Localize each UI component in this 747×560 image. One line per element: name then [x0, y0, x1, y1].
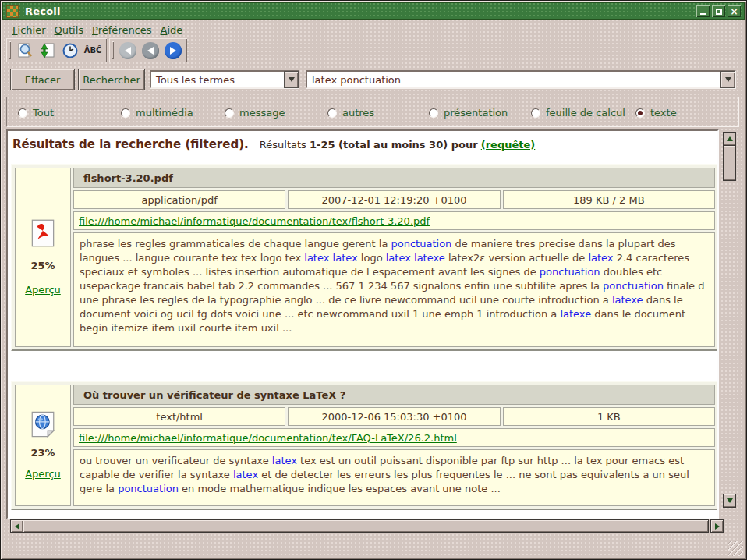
close-icon: × — [730, 7, 738, 16]
result-meta-row: text/html 2000-12-06 15:03:30 +0100 1 KB — [73, 407, 715, 426]
preview-link[interactable]: Aperçu — [25, 284, 61, 296]
maximize-button[interactable] — [712, 5, 725, 17]
scroll-right-button[interactable] — [711, 520, 723, 532]
chevron-down-icon[interactable] — [721, 72, 735, 87]
result-mime: text/html — [73, 407, 285, 426]
radio-icon[interactable] — [429, 108, 438, 118]
title-bar[interactable]: Recoll × — [2, 2, 745, 20]
clear-button[interactable]: Effacer — [11, 69, 74, 90]
radio-icon[interactable] — [225, 108, 234, 118]
filter-tout[interactable]: Tout — [18, 107, 54, 119]
nav-next-page-button[interactable] — [163, 41, 183, 60]
pdf-file-icon — [31, 219, 55, 247]
maximize-icon — [716, 9, 722, 15]
arrow-left-icon — [15, 523, 19, 530]
horizontal-scroll-thumb[interactable] — [23, 520, 708, 532]
menu-bar: Fichier Outils Préférences Aide — [3, 22, 744, 37]
advanced-search-button[interactable] — [15, 41, 35, 60]
results-header: Résultats de la recherche (filtered). Ré… — [12, 137, 535, 151]
search-mode-value: Tous les termes — [151, 74, 285, 86]
result-date: 2000-12-06 15:03:30 +0100 — [288, 407, 500, 426]
search-button[interactable]: Rechercher — [79, 69, 144, 90]
result-item-1: 25% Aperçu flshort-3.20.pdf application/… — [11, 164, 719, 351]
result-snippet: phrase les regles grammaticales de chaqu… — [73, 232, 715, 347]
arrow-down-icon — [727, 498, 733, 503]
filter-autres[interactable]: autres — [327, 107, 374, 119]
arrow-left-icon — [119, 42, 136, 59]
search-mode-select[interactable]: Tous les termes — [150, 70, 299, 89]
result-title[interactable]: flshort-3.20.pdf — [73, 168, 715, 188]
result-date: 2007-12-01 12:19:20 +0100 — [288, 190, 500, 209]
sort-parameters-button[interactable] — [37, 41, 58, 60]
clock-icon — [62, 42, 79, 59]
spellcheck-abc-icon: ÂBĈ — [84, 46, 102, 55]
category-filter-panel: Tout multimédia message autres présentat… — [6, 97, 739, 127]
scroll-down-button[interactable] — [724, 494, 735, 507]
vertical-scrollbar[interactable] — [724, 133, 735, 519]
result-item-2: 23% Aperçu Où trouver un vérificateur de… — [11, 381, 719, 510]
resize-grip[interactable] — [728, 541, 743, 556]
result-side-panel: 25% Aperçu — [15, 168, 71, 347]
menu-aide[interactable]: Aide — [161, 24, 183, 36]
preview-link[interactable]: Aperçu — [25, 468, 61, 480]
result-url-link[interactable]: file:///home/michael/informatique/docume… — [79, 432, 457, 444]
toolbar-grip[interactable] — [112, 41, 114, 59]
toolbar-grip[interactable] — [9, 41, 11, 59]
query-value: latex ponctuation — [307, 74, 721, 86]
result-title[interactable]: Où trouver un vérificateur de syntaxe La… — [73, 385, 715, 405]
toolbar-main-group: ÂBĈ — [6, 38, 107, 62]
term-explorer-button[interactable]: ÂBĈ — [83, 41, 103, 60]
arrow-right-icon — [715, 523, 720, 530]
results-title: Résultats de la recherche (filtered). — [12, 137, 249, 151]
result-url-cell: file:///home/michael/informatique/docume… — [73, 211, 715, 230]
query-details-link[interactable]: (requête) — [481, 139, 536, 151]
radio-icon[interactable] — [531, 108, 540, 118]
filter-presentation[interactable]: présentation — [429, 107, 508, 119]
nav-previous-page-button[interactable] — [140, 41, 161, 60]
horizontal-scrollbar[interactable] — [11, 520, 723, 532]
relevance-percent: 25% — [30, 260, 55, 271]
filter-multimedia[interactable]: multimédia — [121, 107, 193, 119]
radio-icon[interactable] — [327, 108, 337, 118]
result-meta-row: application/pdf 2007-12-01 12:19:20 +010… — [73, 190, 715, 209]
filter-message[interactable]: message — [225, 107, 285, 119]
document-search-icon — [16, 42, 34, 59]
minimize-icon — [700, 13, 706, 15]
query-input[interactable]: latex ponctuation — [306, 70, 736, 89]
menu-preferences[interactable]: Préférences — [92, 24, 151, 36]
menu-outils[interactable]: Outils — [55, 24, 84, 36]
radio-icon[interactable] — [18, 108, 27, 118]
minimize-button[interactable] — [696, 5, 710, 17]
toolbar-nav-group — [109, 38, 187, 62]
filter-texte[interactable]: texte — [635, 107, 677, 119]
filter-feuille-de-calcul[interactable]: feuille de calcul — [531, 107, 625, 119]
relevance-percent: 23% — [30, 447, 55, 459]
scroll-left-button[interactable] — [11, 520, 23, 532]
arrow-up-icon — [727, 136, 733, 141]
close-button[interactable]: × — [728, 5, 741, 17]
arrow-right-icon — [165, 42, 182, 59]
history-button[interactable] — [60, 41, 80, 60]
result-url-link[interactable]: file:///home/michael/informatique/docume… — [79, 215, 430, 227]
result-size: 1 KB — [503, 407, 715, 426]
menu-fichier[interactable]: Fichier — [12, 24, 46, 36]
arrow-left-icon — [142, 42, 159, 59]
radio-icon[interactable] — [635, 108, 645, 118]
scroll-up-button[interactable] — [724, 133, 735, 145]
results-list[interactable]: Résultats de la recherche (filtered). Ré… — [6, 129, 719, 519]
vertical-scroll-thumb[interactable] — [724, 146, 735, 180]
html-page-icon — [31, 411, 55, 438]
chevron-down-icon[interactable] — [285, 72, 298, 87]
document-sort-icon — [39, 42, 56, 59]
result-url-cell: file:///home/michael/informatique/docume… — [73, 428, 715, 447]
result-side-panel: 23% Aperçu — [15, 385, 71, 506]
nav-first-page-button[interactable] — [118, 41, 138, 60]
result-size: 189 KB / 2 MB — [503, 190, 715, 209]
result-snippet: ou trouver un verificateur de syntaxe la… — [73, 449, 715, 506]
result-mime: application/pdf — [73, 190, 285, 209]
recoll-app-icon — [6, 5, 19, 18]
window-title: Recoll — [25, 5, 61, 17]
radio-icon[interactable] — [121, 108, 130, 118]
